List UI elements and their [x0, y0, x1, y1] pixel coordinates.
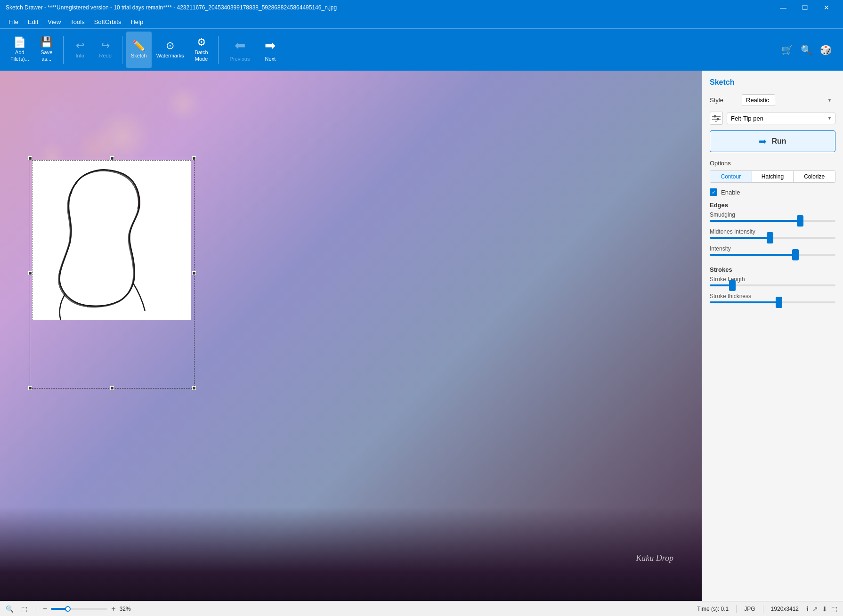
watermarks-button[interactable]: ⊙ Watermarks — [152, 32, 189, 68]
svg-point-5 — [715, 121, 717, 122]
zoom-in-button[interactable]: + — [111, 605, 115, 613]
presets-icon[interactable] — [710, 112, 723, 125]
enable-checkbox-row: ✓ Enable — [710, 188, 835, 196]
zoom-slider[interactable] — [51, 608, 107, 610]
format-label: JPG — [744, 606, 755, 612]
minimize-button[interactable]: — — [772, 0, 794, 15]
background-image: Kaku Drop — [0, 71, 702, 601]
smudging-label: Smudging — [710, 211, 835, 218]
smudging-slider[interactable] — [710, 220, 835, 222]
dimensions-label: 1920x3412 — [771, 606, 799, 612]
intensity-thumb[interactable] — [792, 249, 799, 260]
cube-icon[interactable]: 🎲 — [818, 42, 834, 57]
enable-label: Enable — [721, 189, 740, 196]
status-bar: 🔍 ⬚ − + 32% Time (s): 0.1 JPG 1920x3412 … — [0, 601, 843, 616]
smudging-thumb[interactable] — [797, 215, 803, 227]
stroke-thickness-thumb[interactable] — [776, 297, 782, 308]
undo-button[interactable]: ↩ Info — [67, 32, 93, 68]
settings-icon[interactable]: ⬚ — [831, 605, 837, 613]
status-sep-1 — [35, 605, 35, 613]
redo-button[interactable]: ↪ Redo — [93, 32, 118, 68]
menu-help[interactable]: Help — [126, 16, 148, 27]
title-bar: Sketch Drawer - ****Unregistered version… — [0, 0, 843, 15]
presets-select-wrapper: Felt-Tip pen Pencil Light Pencil Dark Ba… — [727, 113, 835, 124]
cart-icon[interactable]: 🛒 — [779, 42, 795, 57]
toolbar-file-group: 📄 AddFile(s)... 💾 Saveas... — [4, 29, 61, 71]
toolbar-right-icons: 🛒 🔍 🎲 — [779, 42, 839, 57]
enable-checkbox[interactable]: ✓ — [710, 188, 717, 196]
menu-softorbits[interactable]: SoftOrbits — [89, 16, 126, 27]
next-label: Next — [265, 56, 276, 62]
redo-label: Redo — [99, 53, 112, 59]
strokes-title: Strokes — [710, 266, 835, 273]
add-file-label: AddFile(s)... — [10, 49, 29, 62]
title-bar-text: Sketch Drawer - ****Unregistered version… — [6, 4, 337, 11]
midtones-slider[interactable] — [710, 237, 835, 239]
next-arrow-icon: ➡ — [265, 38, 276, 53]
toolbar-sep-1 — [63, 36, 64, 64]
search-profile-icon[interactable]: 🔍 — [799, 42, 814, 57]
toolbar-history-group: ↩ Info ↪ Redo — [65, 29, 120, 71]
tab-colorize[interactable]: Colorize — [794, 171, 835, 182]
canvas-area[interactable]: Kaku Drop — [0, 71, 702, 601]
previous-button[interactable]: ⬅ Previous — [222, 32, 258, 68]
share-icon[interactable]: ↗ — [812, 605, 818, 613]
bokeh-1 — [94, 108, 151, 165]
sliders-icon — [712, 115, 721, 122]
stroke-thickness-slider[interactable] — [710, 301, 835, 303]
zoom-fit-icon[interactable]: 🔍 — [6, 605, 14, 613]
stroke-length-slider[interactable] — [710, 284, 835, 286]
download-icon[interactable]: ⬇ — [822, 605, 827, 613]
canvas-watermark: Kaku Drop — [636, 553, 673, 563]
style-row: Style Realistic Pencil Charcoal Ink — [710, 94, 835, 106]
stroke-thickness-fill — [710, 301, 779, 303]
stroke-length-label: Stroke Length — [710, 276, 835, 283]
midtones-thumb[interactable] — [767, 232, 773, 243]
status-sep-2 — [736, 605, 737, 613]
save-as-button[interactable]: 💾 Saveas... — [34, 32, 59, 68]
undo-label: Info — [76, 53, 84, 59]
zoom-controls: − + 32% — [43, 605, 131, 613]
sketch-result — [32, 160, 191, 320]
sketch-button[interactable]: ✏️ Sketch — [126, 32, 152, 68]
close-button[interactable]: ✕ — [816, 0, 837, 15]
menu-file[interactable]: File — [4, 16, 23, 27]
sketch-label: Sketch — [131, 53, 147, 59]
menu-bar: File Edit View Tools SoftOrbits Help — [0, 15, 843, 28]
previous-label: Previous — [230, 56, 250, 62]
save-icon: 💾 — [40, 37, 53, 48]
options-tabs: Contour Hatching Colorize — [710, 170, 835, 183]
midtones-slider-row — [710, 237, 835, 239]
stroke-length-thumb[interactable] — [729, 280, 736, 291]
intensity-slider[interactable] — [710, 254, 835, 256]
edges-title: Edges — [710, 202, 835, 209]
maximize-button[interactable]: ☐ — [794, 0, 816, 15]
toolbar-nav-group: ⬅ Previous ➡ Next — [220, 29, 285, 71]
redo-icon: ↪ — [101, 41, 110, 51]
info-icon[interactable]: ℹ — [806, 605, 809, 613]
view-icon[interactable]: ⬚ — [21, 605, 27, 613]
smudging-fill — [710, 220, 800, 222]
stroke-thickness-slider-row — [710, 301, 835, 303]
zoom-out-button[interactable]: − — [43, 605, 47, 613]
right-panel: Sketch Style Realistic Pencil Charcoal I… — [702, 71, 843, 601]
tab-hatching[interactable]: Hatching — [752, 171, 794, 182]
next-button[interactable]: ➡ Next — [257, 32, 283, 68]
tab-contour[interactable]: Contour — [710, 171, 752, 182]
style-select[interactable]: Realistic Pencil Charcoal Ink — [742, 94, 775, 106]
menu-edit[interactable]: Edit — [23, 16, 43, 27]
menu-tools[interactable]: Tools — [65, 16, 89, 27]
add-file-button[interactable]: 📄 AddFile(s)... — [6, 32, 34, 68]
batch-mode-button[interactable]: ⚙ BatchMode — [189, 32, 214, 68]
menu-view[interactable]: View — [43, 16, 65, 27]
status-sep-3 — [763, 605, 763, 613]
options-label: Options — [710, 160, 835, 167]
zoom-thumb[interactable] — [65, 606, 71, 612]
watermarks-label: Watermarks — [156, 53, 184, 59]
previous-arrow-icon: ⬅ — [235, 38, 245, 53]
presets-select[interactable]: Felt-Tip pen Pencil Light Pencil Dark Ba… — [727, 113, 835, 124]
run-button[interactable]: ➡ Run — [710, 130, 835, 152]
midtones-fill — [710, 237, 770, 239]
style-label: Style — [710, 97, 738, 104]
stroke-length-slider-row — [710, 284, 835, 286]
